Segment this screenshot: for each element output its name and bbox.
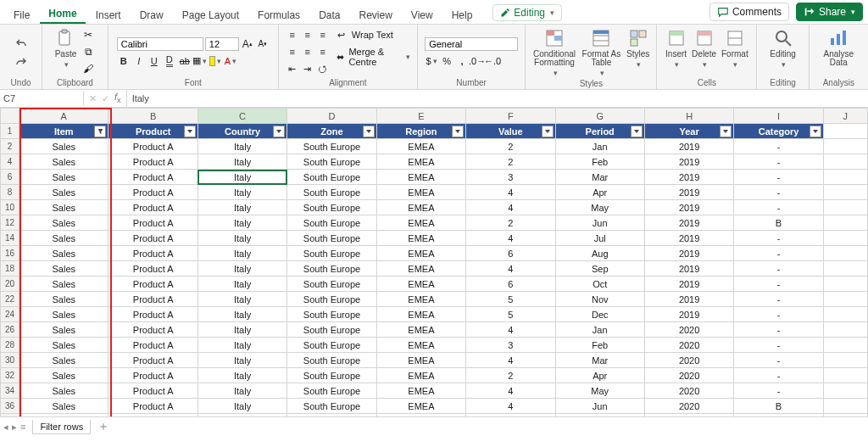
cell[interactable]: 2 xyxy=(466,139,555,154)
tab-home[interactable]: Home xyxy=(40,4,85,24)
row-header[interactable]: 26 xyxy=(1,322,19,338)
cell[interactable]: Italy xyxy=(198,322,287,338)
table-header-cell[interactable]: Country xyxy=(198,124,287,139)
row-header[interactable]: 2 xyxy=(1,139,19,154)
cell[interactable]: Italy xyxy=(198,307,287,322)
cell[interactable]: Italy xyxy=(198,277,287,292)
align-middle-icon[interactable]: ≡ xyxy=(301,28,314,42)
row-header[interactable]: 30 xyxy=(1,353,19,368)
cell[interactable]: 2019 xyxy=(644,185,733,200)
cell[interactable]: 2019 xyxy=(644,231,733,246)
cell[interactable]: Product A xyxy=(108,307,198,322)
cell[interactable]: EMEA xyxy=(376,368,465,383)
cell[interactable]: South Europe xyxy=(287,399,376,414)
tab-help[interactable]: Help xyxy=(443,6,481,24)
row-header[interactable]: 4 xyxy=(1,154,19,170)
cell[interactable]: EMEA xyxy=(376,261,465,277)
cell[interactable]: Product A xyxy=(108,277,198,292)
percent-icon[interactable]: % xyxy=(440,54,453,68)
cell[interactable]: Sales xyxy=(19,338,108,353)
cell[interactable] xyxy=(823,338,867,353)
cell[interactable]: Sales xyxy=(19,307,108,322)
copy-icon[interactable]: ⧉ xyxy=(81,45,95,59)
cell[interactable]: Product A xyxy=(108,383,198,399)
cell[interactable]: 2020 xyxy=(644,414,733,417)
conditional-formatting-button[interactable]: Conditional Formatting▾ xyxy=(532,28,576,77)
cell[interactable]: South Europe xyxy=(287,353,376,368)
cell[interactable]: EMEA xyxy=(376,246,465,261)
cell[interactable]: Sales xyxy=(19,322,108,338)
row-header[interactable]: 10 xyxy=(1,200,19,215)
cell[interactable]: 4 xyxy=(466,322,555,338)
cell[interactable]: EMEA xyxy=(376,170,465,185)
cell[interactable]: Sales xyxy=(19,383,108,399)
cell[interactable]: Italy xyxy=(198,154,287,170)
cell[interactable]: - xyxy=(734,246,823,261)
cell[interactable]: May xyxy=(555,200,644,215)
cell[interactable]: Sales xyxy=(19,200,108,215)
cell[interactable]: 2 xyxy=(466,215,555,231)
cell[interactable] xyxy=(823,292,867,307)
table-header-cell[interactable]: Category xyxy=(734,124,823,139)
cell[interactable]: South Europe xyxy=(287,170,376,185)
cell[interactable]: Oct xyxy=(555,277,644,292)
cell[interactable]: Jul xyxy=(555,231,644,246)
cell[interactable]: South Europe xyxy=(287,139,376,154)
cell[interactable]: Italy xyxy=(198,292,287,307)
align-right-icon[interactable]: ≡ xyxy=(316,45,330,59)
cell[interactable]: Sep xyxy=(555,261,644,277)
column-header-A[interactable]: A xyxy=(19,109,108,124)
row-header[interactable]: 1 xyxy=(1,124,19,139)
cell[interactable]: 2020 xyxy=(644,353,733,368)
cell[interactable]: 2019 xyxy=(644,139,733,154)
cell[interactable]: B xyxy=(734,215,823,231)
cell[interactable]: - xyxy=(734,353,823,368)
cell[interactable]: - xyxy=(734,292,823,307)
cell[interactable]: 6 xyxy=(466,414,555,417)
cell[interactable]: 2 xyxy=(466,368,555,383)
cell[interactable]: South Europe xyxy=(287,414,376,417)
row-header[interactable]: 18 xyxy=(1,261,19,277)
table-header-cell[interactable]: Zone xyxy=(287,124,376,139)
cell[interactable]: 4 xyxy=(466,185,555,200)
row-header[interactable]: 12 xyxy=(1,215,19,231)
cell[interactable]: Italy xyxy=(198,215,287,231)
cell[interactable]: South Europe xyxy=(287,277,376,292)
delete-cells-button[interactable]: Delete▾ xyxy=(692,28,716,69)
row-header[interactable]: 24 xyxy=(1,307,19,322)
filter-button[interactable] xyxy=(542,126,554,137)
cell[interactable]: Product A xyxy=(108,185,198,200)
cell[interactable] xyxy=(823,353,867,368)
cell[interactable]: Product A xyxy=(108,215,198,231)
column-header-E[interactable]: E xyxy=(376,109,465,124)
format-as-table-button[interactable]: Format As Table▾ xyxy=(581,28,621,77)
number-format-select[interactable] xyxy=(425,37,518,51)
column-header-C[interactable]: C xyxy=(198,109,287,124)
comma-icon[interactable]: , xyxy=(455,54,469,68)
cell[interactable]: Italy xyxy=(198,170,287,185)
cell[interactable]: EMEA xyxy=(376,200,465,215)
column-header-B[interactable]: B xyxy=(108,109,198,124)
comments-button[interactable]: Comments xyxy=(709,3,789,21)
cell[interactable] xyxy=(823,322,867,338)
cell[interactable]: Italy xyxy=(198,185,287,200)
cell[interactable]: EMEA xyxy=(376,154,465,170)
cell[interactable]: - xyxy=(734,322,823,338)
cell[interactable] xyxy=(823,231,867,246)
cell[interactable]: Sales xyxy=(19,139,108,154)
cell[interactable]: Product A xyxy=(108,170,198,185)
cell[interactable]: 2019 xyxy=(644,215,733,231)
cell[interactable]: Sales xyxy=(19,399,108,414)
cell[interactable]: - xyxy=(734,307,823,322)
cell[interactable]: Product A xyxy=(108,414,198,417)
cell[interactable]: EMEA xyxy=(376,277,465,292)
orientation-icon[interactable]: ⭯ xyxy=(316,62,330,75)
tab-insert[interactable]: Insert xyxy=(87,6,130,24)
filter-button[interactable] xyxy=(94,126,106,137)
table-header-cell[interactable]: Item xyxy=(19,124,108,139)
cell[interactable]: 2020 xyxy=(644,322,733,338)
cell[interactable]: Sales xyxy=(19,246,108,261)
cell[interactable]: Sales xyxy=(19,170,108,185)
cell[interactable]: 2020 xyxy=(644,338,733,353)
tab-formulas[interactable]: Formulas xyxy=(249,6,309,24)
